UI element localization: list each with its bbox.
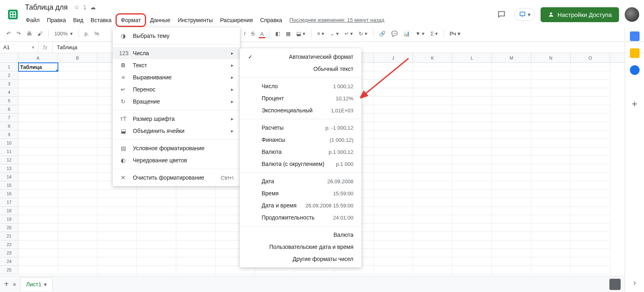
cell[interactable] bbox=[97, 207, 137, 215]
share-button[interactable]: Настройки Доступа bbox=[541, 7, 619, 22]
row-header[interactable]: 2 bbox=[0, 71, 19, 80]
cell[interactable] bbox=[97, 190, 137, 198]
cell[interactable] bbox=[413, 181, 452, 190]
functions-button[interactable]: Σ ▾ bbox=[429, 29, 440, 38]
cell[interactable] bbox=[413, 224, 452, 232]
cell[interactable] bbox=[176, 224, 216, 232]
menu-numbers[interactable]: 123Числа▸ bbox=[113, 47, 240, 59]
cell[interactable] bbox=[58, 215, 97, 224]
cell[interactable] bbox=[413, 105, 452, 114]
cell[interactable] bbox=[452, 63, 492, 71]
cell[interactable] bbox=[374, 139, 413, 147]
cell[interactable] bbox=[571, 105, 610, 114]
menu-edit[interactable]: Правка bbox=[43, 15, 69, 25]
cell[interactable] bbox=[19, 147, 58, 156]
cell[interactable] bbox=[97, 266, 137, 274]
strikethrough-button[interactable]: S bbox=[250, 29, 256, 38]
cell[interactable] bbox=[176, 190, 216, 198]
cell[interactable] bbox=[58, 156, 97, 164]
filter-button[interactable]: ▼ ▾ bbox=[414, 29, 426, 38]
cell[interactable] bbox=[492, 249, 531, 257]
format-percent-button[interactable]: % bbox=[93, 29, 101, 38]
col-header[interactable]: K bbox=[413, 53, 452, 62]
cell[interactable] bbox=[492, 156, 531, 164]
cell[interactable] bbox=[531, 257, 571, 266]
row-header[interactable]: 3 bbox=[0, 80, 19, 88]
cell[interactable] bbox=[492, 130, 531, 139]
cell[interactable] bbox=[571, 266, 610, 274]
menu-help[interactable]: Справка bbox=[257, 15, 285, 25]
cell[interactable] bbox=[492, 164, 531, 173]
cell[interactable] bbox=[452, 122, 492, 130]
cell[interactable] bbox=[531, 240, 571, 249]
cell[interactable] bbox=[531, 181, 571, 190]
cell[interactable] bbox=[571, 139, 610, 147]
row-header[interactable]: 24 bbox=[0, 257, 19, 266]
cell[interactable] bbox=[571, 71, 610, 80]
cell[interactable] bbox=[137, 224, 176, 232]
select-all-corner[interactable] bbox=[0, 53, 19, 62]
row-header[interactable]: 10 bbox=[0, 139, 19, 147]
cell[interactable] bbox=[137, 198, 176, 207]
cell[interactable] bbox=[492, 80, 531, 88]
cell[interactable] bbox=[97, 257, 137, 266]
menu-extensions[interactable]: Расширения bbox=[217, 15, 256, 25]
row-header[interactable]: 6 bbox=[0, 105, 19, 114]
cell[interactable] bbox=[374, 71, 413, 80]
row-header[interactable]: 1 bbox=[0, 63, 19, 71]
cell[interactable] bbox=[492, 181, 531, 190]
menu-conditional[interactable]: ▤Условное форматирование bbox=[113, 142, 240, 154]
cell[interactable] bbox=[58, 105, 97, 114]
cell[interactable] bbox=[571, 249, 610, 257]
sheets-logo[interactable] bbox=[5, 6, 21, 23]
cell[interactable] bbox=[58, 190, 97, 198]
cell[interactable] bbox=[531, 232, 571, 240]
cell[interactable] bbox=[571, 156, 610, 164]
star-icon[interactable]: ☆ bbox=[74, 4, 79, 10]
cell[interactable] bbox=[492, 147, 531, 156]
cell[interactable] bbox=[413, 249, 452, 257]
fill-color-button[interactable]: ◧ bbox=[274, 29, 282, 38]
menu-data[interactable]: Данные bbox=[147, 15, 174, 25]
col-header[interactable]: J bbox=[374, 53, 413, 62]
col-header[interactable]: M bbox=[492, 53, 531, 62]
cell[interactable] bbox=[571, 232, 610, 240]
cell[interactable] bbox=[19, 156, 58, 164]
cell[interactable] bbox=[19, 181, 58, 190]
cell[interactable] bbox=[58, 232, 97, 240]
submenu-accounting[interactable]: Расчетыр. -1 000,12 bbox=[240, 122, 361, 134]
cell[interactable] bbox=[492, 215, 531, 224]
valign-button[interactable]: ⌄ ▾ bbox=[328, 29, 341, 38]
cell[interactable] bbox=[97, 215, 137, 224]
tasks-icon[interactable] bbox=[630, 65, 640, 75]
cell[interactable] bbox=[571, 97, 610, 105]
cell[interactable] bbox=[19, 224, 58, 232]
zoom-select[interactable]: 100% ▾ bbox=[53, 29, 74, 38]
submenu-percent[interactable]: Процент10,12% bbox=[240, 92, 361, 104]
add-on-plus-icon[interactable]: + bbox=[632, 98, 637, 110]
cell[interactable] bbox=[374, 88, 413, 97]
row-header[interactable]: 16 bbox=[0, 190, 19, 198]
menu-clear-formatting[interactable]: ✕Очистить форматированиеCtrl+\ bbox=[113, 172, 240, 184]
cell[interactable] bbox=[176, 232, 216, 240]
cell[interactable] bbox=[571, 198, 610, 207]
cell[interactable] bbox=[374, 266, 413, 274]
cell[interactable] bbox=[571, 147, 610, 156]
cell[interactable] bbox=[492, 190, 531, 198]
cell[interactable] bbox=[137, 266, 176, 274]
cell[interactable] bbox=[413, 71, 452, 80]
cell[interactable] bbox=[571, 207, 610, 215]
cell[interactable] bbox=[176, 266, 216, 274]
cell[interactable] bbox=[492, 114, 531, 122]
cell[interactable] bbox=[571, 164, 610, 173]
cell[interactable] bbox=[531, 71, 571, 80]
submenu-currency[interactable]: Валютар.1 000,12 bbox=[240, 146, 361, 158]
cell[interactable] bbox=[571, 190, 610, 198]
cell[interactable] bbox=[413, 80, 452, 88]
row-header[interactable]: 25 bbox=[0, 266, 19, 274]
cell[interactable] bbox=[531, 147, 571, 156]
cell[interactable] bbox=[413, 130, 452, 139]
cell[interactable] bbox=[531, 63, 571, 71]
cell[interactable] bbox=[19, 198, 58, 207]
cell[interactable] bbox=[492, 257, 531, 266]
